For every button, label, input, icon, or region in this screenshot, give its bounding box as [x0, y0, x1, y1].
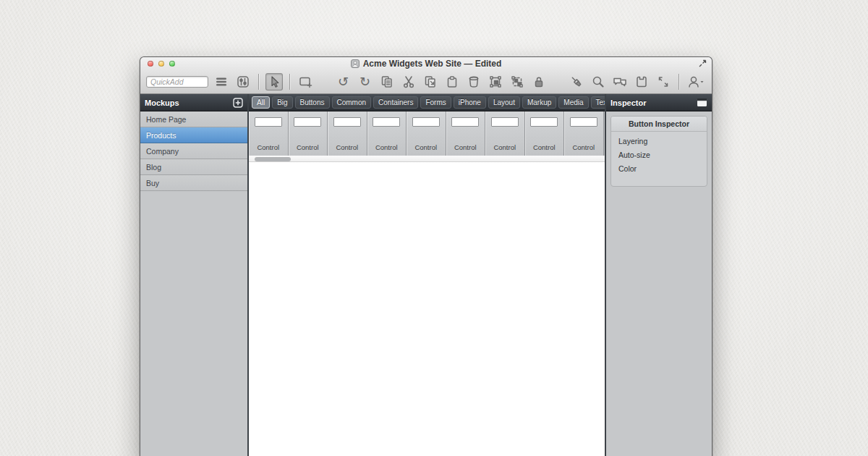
inspector-section-layering[interactable]: Layering [611, 132, 707, 145]
paste-button[interactable] [443, 73, 461, 90]
desktop-background: { "window": { "title": "Acme Widgets Web… [0, 0, 868, 456]
paste-special-icon [423, 75, 438, 89]
lock-button[interactable] [530, 73, 548, 90]
app-window: Acme Widgets Web Site — Edited [140, 56, 712, 456]
zoom-icon [591, 75, 605, 89]
library-scrollbar-thumb[interactable] [255, 157, 291, 161]
inspector-title: Inspector [610, 98, 647, 107]
undo-icon: ↺ [338, 75, 349, 88]
titlebar[interactable]: Acme Widgets Web Site — Edited [140, 57, 712, 70]
button-control-thumbnail [255, 117, 282, 127]
sidebar-item-company[interactable]: Company [140, 143, 247, 159]
control-label: Control [414, 143, 437, 151]
fullscreen-toggle-icon[interactable] [698, 59, 707, 68]
tab-layout[interactable]: Layout [488, 96, 520, 109]
redo-icon: ↻ [359, 75, 370, 88]
library-control-item[interactable]: Control [328, 111, 367, 156]
tab-containers[interactable]: Containers [373, 96, 418, 109]
button-control-thumbnail [530, 117, 558, 127]
sidebar-item-products[interactable]: Products [140, 127, 247, 143]
copy-button[interactable] [378, 73, 396, 90]
panel-icon[interactable] [697, 98, 707, 107]
save-button[interactable] [633, 73, 650, 90]
comments-button[interactable] [611, 73, 629, 90]
library-control-item[interactable]: Control [289, 111, 328, 156]
control-label: Control [454, 143, 477, 151]
button-control-thumbnail [570, 117, 597, 127]
comments-icon [612, 75, 628, 89]
group-button[interactable] [487, 73, 504, 90]
library-control-item[interactable]: Control [564, 111, 604, 156]
library-control-item[interactable]: Control [525, 111, 565, 156]
menu-button[interactable] [213, 73, 230, 90]
toolbar-separator [289, 74, 290, 90]
library-control-item[interactable]: Control [407, 111, 446, 156]
button-control-thumbnail [294, 117, 321, 127]
toolbar-separator [258, 74, 259, 90]
mockup-canvas[interactable] [249, 162, 605, 456]
document-icon [351, 59, 359, 68]
cursor-icon [267, 75, 281, 89]
tab-markup[interactable]: Markup [522, 96, 556, 109]
sidebar-item-buy[interactable]: Buy [140, 175, 247, 191]
button-control-thumbnail [373, 117, 400, 127]
ungroup-button[interactable] [509, 73, 526, 90]
main-area: Mockups Home Page Products Company Blog … [140, 94, 712, 456]
clipboard-icon [445, 75, 459, 89]
paste-special-button[interactable] [422, 73, 439, 90]
ungroup-icon [510, 75, 524, 89]
select-tool-button[interactable] [265, 73, 283, 90]
library-control-item[interactable]: Control [367, 111, 407, 156]
sidebar-item-blog[interactable]: Blog [140, 159, 247, 175]
inspector-panel: Inspector Button Inspector Layering Auto… [605, 94, 712, 456]
library-control-item[interactable]: Control [446, 111, 486, 156]
new-mockup-icon [298, 75, 313, 89]
style-button[interactable] [568, 73, 585, 90]
lock-icon [532, 75, 546, 89]
menu-icon [214, 75, 229, 89]
zoom-tool-button[interactable] [590, 73, 607, 90]
control-label: Control [257, 143, 279, 151]
ui-library-button[interactable] [234, 73, 252, 90]
window-chrome: Acme Widgets Web Site — Edited [140, 57, 712, 94]
control-label: Control [297, 143, 319, 151]
cut-button[interactable] [400, 73, 417, 90]
zoom-button[interactable] [169, 61, 175, 67]
tab-all[interactable]: All [252, 96, 270, 109]
library-control-item[interactable]: Control [249, 111, 289, 156]
new-mockup-button[interactable] [297, 73, 314, 90]
tab-buttons[interactable]: Buttons [295, 96, 330, 109]
window-title-text: Acme Widgets Web Site — Edited [363, 59, 502, 69]
traffic-lights [148, 61, 175, 67]
control-label: Control [336, 143, 358, 151]
sidebar-item-home-page[interactable]: Home Page [140, 111, 247, 127]
group-icon [488, 75, 503, 89]
add-mockup-button[interactable] [233, 98, 243, 108]
mockups-title: Mockups [145, 98, 179, 107]
brush-icon [569, 75, 584, 89]
fullscreen-button[interactable] [655, 73, 672, 90]
tab-iphone[interactable]: iPhone [454, 96, 486, 109]
quickadd-input[interactable] [146, 76, 208, 88]
redo-button[interactable]: ↻ [357, 73, 374, 90]
undo-button[interactable]: ↺ [335, 73, 352, 90]
account-button[interactable] [686, 73, 706, 90]
toolbar-separator [678, 74, 679, 90]
tab-forms[interactable]: Forms [420, 96, 451, 109]
minimize-button[interactable] [158, 61, 164, 67]
inspector-section-auto-size[interactable]: Auto-size [611, 145, 707, 159]
tab-media[interactable]: Media [558, 96, 588, 109]
inspector-section-color[interactable]: Color [611, 159, 707, 173]
window-title: Acme Widgets Web Site — Edited [351, 59, 502, 69]
library-scrollbar[interactable] [249, 156, 605, 162]
library-control-item[interactable]: Control [485, 111, 525, 156]
fullscreen-icon [656, 75, 671, 89]
tab-common[interactable]: Common [332, 96, 372, 109]
button-inspector-title: Button Inspector [611, 117, 707, 132]
delete-button[interactable] [465, 73, 482, 90]
tab-big[interactable]: Big [272, 96, 292, 109]
control-label: Control [572, 143, 595, 151]
inspector-header: Inspector [606, 94, 712, 111]
control-label: Control [533, 143, 556, 151]
close-button[interactable] [148, 61, 153, 67]
